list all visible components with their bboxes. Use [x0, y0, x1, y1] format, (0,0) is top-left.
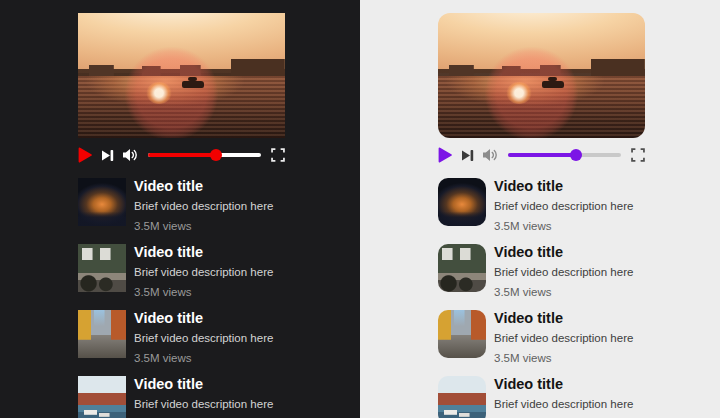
video-views: 3.5M views: [494, 286, 633, 298]
video-thumbnail: [78, 178, 126, 226]
play-button[interactable]: [78, 147, 92, 163]
video-player: [78, 13, 285, 164]
fullscreen-icon[interactable]: [631, 148, 645, 162]
video-player: [438, 13, 645, 164]
sun-reflection-art: [506, 82, 532, 104]
boat-silhouette-art: [542, 81, 564, 88]
list-item[interactable]: Video title Brief video description here…: [78, 310, 298, 364]
video-title: Video title: [494, 311, 633, 326]
list-item[interactable]: Video title Brief video description here…: [438, 178, 658, 232]
list-item[interactable]: Video title Brief video description here…: [78, 376, 298, 418]
video-views: 3.5M views: [494, 220, 633, 232]
video-title: Video title: [494, 245, 633, 260]
video-thumbnail: [438, 178, 486, 226]
progress-fill: [508, 153, 576, 157]
main-video-thumbnail[interactable]: [78, 13, 285, 138]
video-thumbnail: [78, 244, 126, 292]
play-button[interactable]: [438, 147, 452, 163]
list-item[interactable]: Video title Brief video description here…: [438, 310, 658, 364]
video-description: Brief video description here: [494, 398, 633, 410]
video-thumbnail: [438, 244, 486, 292]
video-thumbnail: [78, 310, 126, 358]
volume-icon[interactable]: [482, 148, 499, 162]
light-theme-panel: Video title Brief video description here…: [360, 0, 720, 418]
list-item[interactable]: Video title Brief video description here…: [78, 178, 298, 232]
video-thumbnail: [78, 376, 126, 418]
video-title: Video title: [494, 179, 633, 194]
video-views: 3.5M views: [494, 352, 633, 364]
video-title: Video title: [134, 179, 273, 194]
video-title: Video title: [494, 377, 633, 392]
video-description: Brief video description here: [134, 332, 273, 344]
list-item[interactable]: Video title Brief video description here…: [438, 244, 658, 298]
video-description: Brief video description here: [134, 398, 273, 410]
list-item[interactable]: Video title Brief video description here…: [438, 376, 658, 418]
progress-bar[interactable]: [148, 153, 261, 157]
video-views: 3.5M views: [134, 220, 273, 232]
progress-scrubber[interactable]: [570, 149, 582, 161]
main-video-thumbnail[interactable]: [438, 13, 645, 138]
video-title: Video title: [134, 311, 273, 326]
progress-scrubber[interactable]: [210, 149, 222, 161]
boat-silhouette-art: [182, 81, 204, 88]
progress-bar[interactable]: [508, 153, 621, 157]
video-description: Brief video description here: [494, 332, 633, 344]
video-title: Video title: [134, 245, 273, 260]
video-description: Brief video description here: [134, 200, 273, 212]
video-thumbnail: [438, 376, 486, 418]
fullscreen-icon[interactable]: [271, 148, 285, 162]
volume-icon[interactable]: [122, 148, 139, 162]
video-title: Video title: [134, 377, 273, 392]
sun-reflection-art: [146, 82, 172, 104]
list-item[interactable]: Video title Brief video description here…: [78, 244, 298, 298]
dark-theme-panel: Video title Brief video description here…: [0, 0, 360, 418]
theme-comparison-stage: Video title Brief video description here…: [0, 0, 720, 418]
video-views: 3.5M views: [134, 352, 273, 364]
video-views: 3.5M views: [134, 286, 273, 298]
player-controls: [78, 146, 285, 164]
video-description: Brief video description here: [494, 200, 633, 212]
video-description: Brief video description here: [494, 266, 633, 278]
suggested-videos-list: Video title Brief video description here…: [78, 178, 360, 418]
suggested-videos-list: Video title Brief video description here…: [438, 178, 720, 418]
video-description: Brief video description here: [134, 266, 273, 278]
skip-next-icon[interactable]: [101, 149, 114, 162]
player-controls: [438, 146, 645, 164]
progress-fill: [148, 153, 216, 157]
video-thumbnail: [438, 310, 486, 358]
skip-next-icon[interactable]: [461, 149, 474, 162]
